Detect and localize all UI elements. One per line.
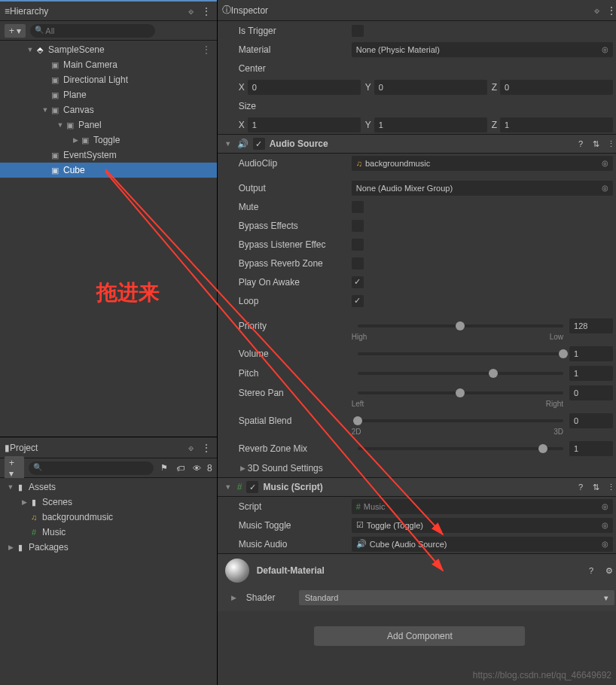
foldout-icon[interactable]: ▼ [56, 121, 65, 129]
project-item-backgroundmusic[interactable]: ♫backgroundmusic [0, 510, 217, 525]
mute-checkbox[interactable] [352, 201, 364, 213]
size-y-input[interactable] [374, 117, 487, 132]
foldout-icon[interactable]: ▶ [71, 136, 80, 144]
hierarchy-tab[interactable]: ≡ Hierarchy ⟐ ⋮ [0, 0, 217, 21]
music-toggle-field[interactable]: ☑Toggle (Toggle)◎ [352, 518, 613, 533]
help-icon[interactable]: ? [586, 565, 596, 576]
hierarchy-item-samplescene[interactable]: ▼⬘SampleScene⋮ [0, 42, 217, 57]
spatial-slider[interactable] [358, 419, 563, 422]
gameobject-icon: ▣ [50, 90, 60, 100]
hierarchy-item-plane[interactable]: ▣Plane [0, 87, 217, 102]
target-icon[interactable]: ◎ [602, 45, 608, 53]
hierarchy-item-cube[interactable]: ▣Cube [0, 163, 217, 178]
pitch-slider[interactable] [358, 372, 563, 375]
hierarchy-item-panel[interactable]: ▼▣Panel [0, 117, 217, 132]
size-z-input[interactable] [500, 117, 613, 132]
volume-slider[interactable] [358, 352, 563, 355]
volume-input[interactable] [569, 346, 613, 361]
material-header[interactable]: Default-Material ? ⚙ [218, 553, 616, 587]
hierarchy-tree[interactable]: ▼⬘SampleScene⋮▣Main Camera▣Directional L… [0, 41, 217, 437]
bypass-reverb-checkbox[interactable] [352, 257, 364, 269]
project-search-input[interactable] [29, 461, 154, 475]
sound3d-foldout[interactable]: ▶3D Sound Settings [218, 458, 616, 477]
hierarchy-icon: ≡ [5, 6, 10, 17]
menu-icon[interactable]: ⋮ [605, 482, 616, 492]
project-tree[interactable]: ▼▮Assets▶▮Scenes♫backgroundmusic#Music▶▮… [0, 478, 217, 685]
bypass-effects-checkbox[interactable] [352, 220, 364, 232]
reverb-slider[interactable] [358, 447, 563, 450]
menu-icon[interactable]: ⋮ [605, 5, 616, 17]
foldout-icon[interactable]: ▶ [230, 594, 239, 601]
output-field[interactable]: None (Audio Mixer Group)◎ [352, 181, 613, 196]
project-item-assets[interactable]: ▼▮Assets [0, 480, 217, 495]
preset-icon[interactable]: ⇅ [590, 139, 601, 149]
project-item-scenes[interactable]: ▶▮Scenes [0, 495, 217, 510]
menu-icon[interactable]: ⋮ [605, 139, 616, 149]
spatial-input[interactable] [569, 413, 613, 428]
center-x-input[interactable] [248, 80, 361, 95]
foldout-icon[interactable]: ▶ [20, 498, 29, 506]
filter-icon[interactable]: ⚑ [158, 462, 170, 474]
reverb-input[interactable] [569, 441, 613, 456]
help-icon[interactable]: ? [575, 139, 586, 149]
center-y-input[interactable] [374, 80, 487, 95]
add-button[interactable]: + ▾ [5, 24, 26, 38]
foldout-icon[interactable]: ▼ [224, 140, 233, 148]
gameobject-icon: ⬘ [35, 44, 45, 55]
foldout-icon[interactable]: ▼ [41, 106, 50, 114]
target-icon[interactable]: ◎ [602, 502, 608, 510]
project-tab[interactable]: ▮ Project ⟐ ⋮ [0, 437, 217, 458]
audio-source-header[interactable]: ▼ 🔊 Audio Source ? ⇅ ⋮ [218, 134, 616, 154]
center-z-input[interactable] [500, 80, 613, 95]
shader-dropdown[interactable]: Standard▾ [299, 590, 614, 605]
foldout-icon[interactable]: ▼ [26, 46, 35, 53]
priority-slider[interactable] [358, 324, 563, 327]
lock-icon[interactable]: ⟐ [590, 5, 602, 17]
label-icon[interactable]: 🏷 [175, 462, 187, 474]
is-trigger-checkbox[interactable] [352, 25, 364, 37]
target-icon[interactable]: ◎ [602, 521, 608, 529]
foldout-icon[interactable]: ▼ [6, 483, 15, 491]
hierarchy-item-directional-light[interactable]: ▣Directional Light [0, 72, 217, 87]
gear-icon[interactable]: ⚙ [604, 565, 614, 576]
hierarchy-item-toggle[interactable]: ▶▣Toggle [0, 132, 217, 148]
bypass-listener-checkbox[interactable] [352, 239, 364, 251]
hierarchy-item-eventsystem[interactable]: ▣EventSystem [0, 148, 217, 163]
add-button[interactable]: + ▾ [5, 456, 24, 480]
audio-source-enable-checkbox[interactable] [253, 138, 265, 150]
music-enable-checkbox[interactable] [246, 481, 258, 493]
foldout-icon[interactable]: ▼ [224, 483, 233, 491]
lock-icon[interactable]: ⟐ [185, 442, 197, 454]
menu-icon[interactable]: ⋮ [200, 5, 212, 17]
priority-input[interactable] [569, 318, 613, 333]
preset-icon[interactable]: ⇅ [590, 482, 601, 492]
loop-checkbox[interactable] [352, 295, 364, 307]
inspector-tab[interactable]: ⓘ Inspector ⟐ ⋮ [218, 0, 616, 21]
item-label: Plane [63, 90, 87, 100]
music-script-header[interactable]: ▼ # Music (Script) ? ⇅ ⋮ [218, 477, 616, 497]
music-audio-field[interactable]: 🔊Cube (Audio Source)◎ [352, 537, 613, 552]
size-x-input[interactable] [248, 117, 361, 132]
play-on-awake-checkbox[interactable] [352, 276, 364, 288]
stereo-slider[interactable] [358, 391, 563, 394]
pitch-input[interactable] [569, 366, 613, 381]
stereo-input[interactable] [569, 385, 613, 400]
project-item-music[interactable]: #Music [0, 525, 217, 540]
hidden-icon[interactable]: 👁 [191, 462, 203, 474]
target-icon[interactable]: ◎ [602, 184, 608, 192]
foldout-icon[interactable]: ▶ [6, 543, 15, 551]
menu-icon[interactable]: ⋮ [200, 442, 212, 454]
audioclip-field[interactable]: ♫backgroundmusic◎ [352, 156, 613, 171]
lock-icon[interactable]: ⟐ [185, 5, 197, 17]
hierarchy-item-canvas[interactable]: ▼▣Canvas [0, 102, 217, 117]
target-icon[interactable]: ◎ [602, 159, 608, 167]
hierarchy-search-input[interactable] [30, 24, 155, 38]
project-item-packages[interactable]: ▶▮Packages [0, 540, 217, 555]
help-icon[interactable]: ? [575, 482, 586, 492]
menu-icon[interactable]: ⋮ [202, 44, 211, 55]
add-component-button[interactable]: Add Component [314, 626, 525, 646]
material-field[interactable]: None (Physic Material)◎ [352, 42, 613, 57]
spatial-label: Spatial Blend [239, 416, 352, 426]
hierarchy-item-main-camera[interactable]: ▣Main Camera [0, 57, 217, 72]
target-icon[interactable]: ◎ [602, 540, 608, 548]
